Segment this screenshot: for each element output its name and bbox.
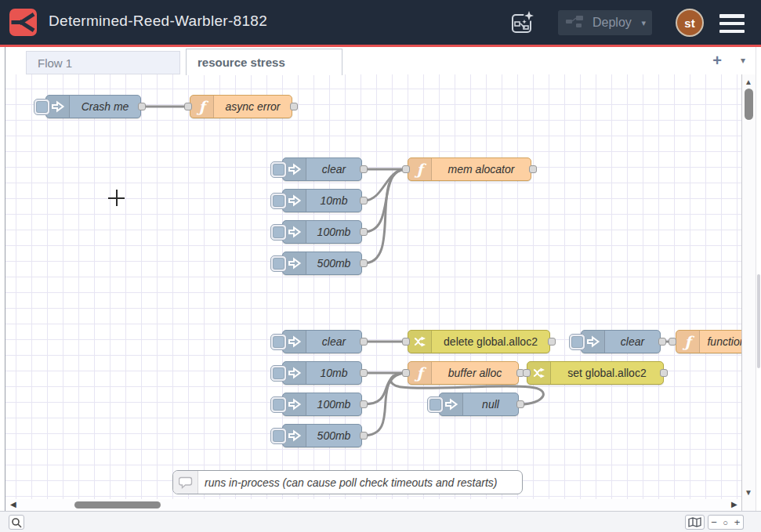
flow-canvas[interactable]: Crash me ƒ async error clear 10mb 100mb … [5,74,741,499]
main-menu-button[interactable] [719,14,745,33]
node-inject-100mb-b[interactable]: 100mb [282,393,362,416]
node-inject-10mb-a[interactable]: 10mb [282,189,362,212]
inject-button-face [273,430,284,442]
tab-flow-1[interactable]: Flow 1 [26,51,180,74]
wire-100mb-bufferalloc[interactable] [364,373,405,404]
inject-trigger-button[interactable] [270,255,287,272]
inject-trigger-button[interactable] [270,365,287,382]
port-in-set-global[interactable] [523,369,531,377]
node-function-async-error[interactable]: ƒ async error [190,95,292,118]
node-inject-100mb-a[interactable]: 100mb [282,220,362,244]
inject-button-face [273,226,284,238]
hamburger-bar [719,30,745,34]
node-label: mem alocator [432,158,531,180]
wires-layer [5,74,741,499]
port-out-500mb-a[interactable] [360,259,368,267]
node-function-clipped[interactable]: ƒ function [676,330,741,353]
port-out-mem-alocator[interactable] [529,165,537,173]
canvas-layer: Crash me ƒ async error clear 10mb 100mb … [5,74,741,499]
vertical-scroll-thumb[interactable] [745,89,753,120]
port-out-500mb-b[interactable] [360,432,368,440]
node-inject-500mb-b[interactable]: 500mb [282,424,362,447]
port-in-function[interactable] [669,338,676,346]
port-out-clear-a[interactable] [360,165,368,173]
scroll-up-arrow-icon[interactable]: ▲ [745,78,752,86]
navigator-map-button[interactable] [685,515,705,530]
port-out-async-error[interactable] [290,103,298,110]
comment-text: runs in-process (can cause poll check ti… [198,471,522,494]
deploy-button[interactable]: Deploy ▾ [558,10,652,35]
change-shuffle-icon [527,362,551,384]
inject-trigger-button[interactable] [270,334,287,350]
browser-scroll-thumb[interactable] [757,274,760,368]
wire-500mb-bufferalloc[interactable] [364,373,405,436]
inject-trigger-button[interactable] [569,334,585,350]
port-in-async-error[interactable] [184,103,192,110]
node-function-buffer-alloc[interactable]: ƒ buffer alloc [408,361,519,385]
zoom-reset-button[interactable]: ○ [719,515,732,530]
port-out-clear-b[interactable] [360,338,368,346]
scroll-down-arrow-icon[interactable]: ▼ [745,488,752,497]
inject-trigger-button[interactable] [270,224,287,241]
node-inject-clear-c[interactable]: clear [581,330,661,353]
wire-10mb-memalocator[interactable] [364,169,406,201]
inject-trigger-button[interactable] [427,396,444,413]
inject-button-face [273,336,284,348]
inject-trigger-button[interactable] [34,99,50,115]
inject-trigger-button[interactable] [270,193,287,209]
node-inject-null[interactable]: null [439,393,519,416]
port-out-100mb-a[interactable] [360,228,368,236]
deploy-caret-icon[interactable]: ▾ [636,18,646,28]
port-in-buffer-alloc[interactable] [402,369,410,377]
horizontal-scrollbar[interactable]: ◀ ▶ [5,499,741,511]
flow-list-caret-icon[interactable]: ▾ [735,55,751,71]
node-comment[interactable]: runs in-process (can cause poll check ti… [172,470,523,494]
node-inject-500mb-a[interactable]: 500mb [282,252,362,275]
comment-bubble-icon [173,471,198,494]
inject-trigger-button[interactable] [270,396,287,413]
inject-button-face [36,101,48,113]
node-inject-crash-me[interactable]: Crash me [45,95,141,118]
deploy-label: Deploy [592,16,636,30]
inject-button-face [571,336,583,348]
port-out-clear-c[interactable] [658,338,666,346]
scroll-left-arrow-icon[interactable]: ◀ [10,500,16,508]
zoom-out-button[interactable]: − [708,515,720,530]
change-shuffle-icon [408,331,432,353]
add-flow-button[interactable]: + [708,52,727,72]
port-in-delete-global[interactable] [402,338,410,346]
tab-resource-stress[interactable]: resource stress [186,49,342,75]
search-flows-button[interactable] [9,515,24,530]
ai-assistant-button[interactable] [508,9,536,37]
user-avatar[interactable]: st [676,9,704,37]
hamburger-bar [719,22,745,26]
port-out-set-global[interactable] [660,369,668,377]
port-out-10mb-b[interactable] [360,369,368,377]
port-out-10mb-a[interactable] [360,197,368,204]
zoom-in-button[interactable]: + [731,515,744,530]
node-change-set-global-alloc2[interactable]: set global.alloc2 [527,361,664,385]
node-inject-clear-b[interactable]: clear [282,330,362,353]
flowfuse-logo-icon [9,9,37,36]
port-out-100mb-b[interactable] [360,400,368,408]
inject-button-face [273,195,284,207]
node-change-delete-global-alloc2[interactable]: delete global.alloc2 [408,330,550,353]
port-out-null[interactable] [516,400,524,408]
wire-100mb-memalocator[interactable] [364,169,405,232]
wire-500mb-memalocator[interactable] [364,169,405,263]
horizontal-scroll-thumb[interactable] [74,501,161,508]
inject-trigger-button[interactable] [270,428,287,444]
vertical-scrollbar[interactable]: ▲ ▼ [741,74,756,511]
port-out-crash-me[interactable] [138,103,146,110]
node-inject-clear-a[interactable]: clear [282,157,362,181]
scroll-right-arrow-icon[interactable]: ▶ [731,500,737,508]
node-label: 500mb [306,425,361,447]
port-in-mem-alocator[interactable] [402,165,410,173]
inject-button-face [273,399,284,411]
node-inject-10mb-b[interactable]: 10mb [282,361,362,385]
inject-trigger-button[interactable] [270,161,287,178]
function-icon: ƒ [676,331,700,353]
port-out-delete-global[interactable] [548,338,556,346]
node-function-mem-alocator[interactable]: ƒ mem alocator [408,157,531,181]
function-icon: ƒ [408,158,432,180]
